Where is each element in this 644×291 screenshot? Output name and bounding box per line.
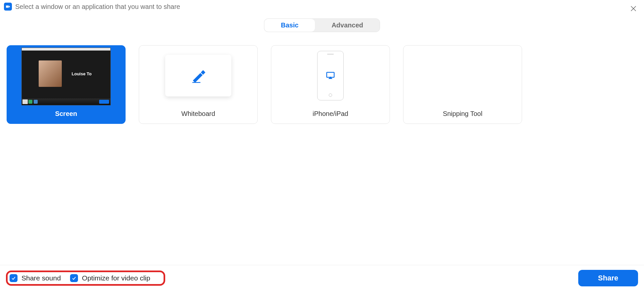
tile-whiteboard[interactable]: Whiteboard <box>139 45 258 124</box>
tile-screen-label: Screen <box>55 105 77 124</box>
svg-rect-3 <box>192 82 200 83</box>
tab-bar: Basic Advanced <box>0 18 644 32</box>
tile-iphone-ipad[interactable]: iPhone/iPad <box>271 45 390 124</box>
phone-outline-icon <box>317 51 344 100</box>
tile-screen-preview: Louise To <box>7 46 125 105</box>
tile-snipping-preview <box>403 46 522 105</box>
airplay-icon <box>325 71 335 81</box>
dialog-footer: Share sound Optimize for video clip Shar… <box>0 265 644 291</box>
check-icon <box>11 275 16 281</box>
dialog-header: Select a window or an application that y… <box>0 0 644 13</box>
desktop-thumbnail: Louise To <box>21 48 111 105</box>
whiteboard-card <box>165 55 231 96</box>
zoom-app-icon <box>4 3 12 11</box>
tile-screen[interactable]: Louise To Screen <box>7 45 126 124</box>
check-icon <box>71 275 77 281</box>
tile-iphone-label: iPhone/iPad <box>313 105 348 124</box>
tile-iphone-preview <box>271 46 390 105</box>
share-sound-option[interactable]: Share sound <box>10 274 61 282</box>
close-button[interactable] <box>629 4 638 13</box>
optimize-video-option[interactable]: Optimize for video clip <box>70 274 150 282</box>
pen-icon <box>190 67 207 84</box>
tile-whiteboard-label: Whiteboard <box>181 105 215 124</box>
optimize-video-checkbox[interactable] <box>70 274 78 282</box>
share-sound-checkbox[interactable] <box>10 274 18 282</box>
optimize-video-label: Optimize for video clip <box>82 274 150 282</box>
participant-name: Louise To <box>72 71 92 76</box>
tab-advanced[interactable]: Advanced <box>315 19 380 32</box>
share-options-grid: Louise To Screen Whiteboard <box>0 32 644 130</box>
tab-basic[interactable]: Basic <box>264 19 315 32</box>
share-button[interactable]: Share <box>578 270 638 286</box>
options-highlight-annotation: Share sound Optimize for video clip <box>6 271 165 286</box>
tile-snipping-label: Snipping Tool <box>443 105 482 124</box>
tab-group: Basic Advanced <box>264 18 380 32</box>
share-sound-label: Share sound <box>21 274 61 282</box>
svg-rect-2 <box>201 70 206 75</box>
participant-avatar <box>39 60 62 87</box>
dialog-title: Select a window or an application that y… <box>15 3 180 11</box>
tile-whiteboard-preview <box>139 46 257 105</box>
close-icon <box>630 5 637 12</box>
tile-snipping-tool[interactable]: Snipping Tool <box>403 45 522 124</box>
